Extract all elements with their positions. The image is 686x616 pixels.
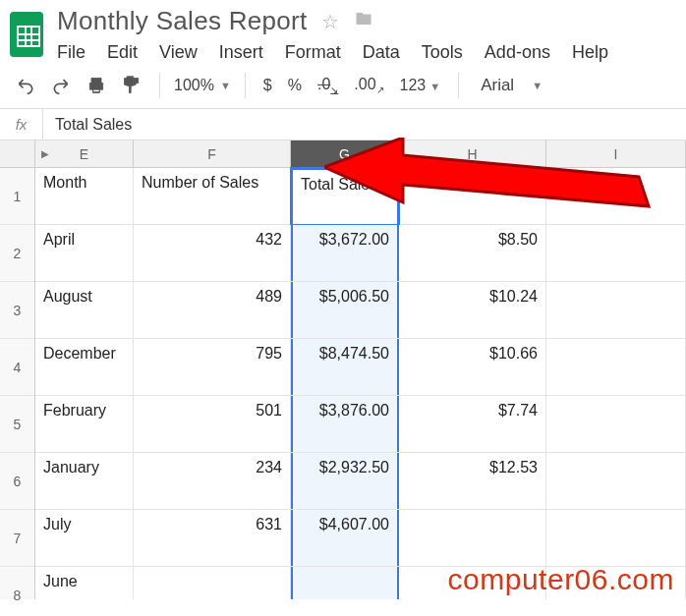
increase-decimal-button[interactable]: .00↗	[350, 76, 387, 95]
menu-view[interactable]: View	[159, 42, 198, 63]
cell[interactable]: Month	[35, 168, 134, 224]
cell[interactable]: $4,607.00	[291, 510, 399, 566]
menu-tools[interactable]: Tools	[422, 42, 463, 63]
zoom-value: 100%	[174, 77, 214, 94]
cell[interactable]	[546, 225, 686, 281]
redo-button[interactable]	[47, 73, 75, 98]
font-name: Arial	[481, 76, 514, 95]
cell[interactable]	[134, 567, 291, 599]
row-header[interactable]: 5	[0, 396, 34, 453]
cell[interactable]: Number of Sales	[134, 168, 291, 224]
star-icon[interactable]: ☆	[321, 10, 339, 33]
cell[interactable]: June	[35, 567, 134, 599]
cell[interactable]: $10.66	[399, 339, 546, 395]
expand-columns-icon[interactable]: ▶	[41, 148, 49, 159]
formula-bar-input[interactable]: Total Sales	[43, 116, 686, 134]
cell[interactable]	[399, 510, 546, 566]
cell[interactable]: $3,672.00	[291, 225, 399, 281]
menu-addons[interactable]: Add-ons	[485, 42, 550, 63]
cell[interactable]	[546, 510, 686, 566]
cell[interactable]: $12.53	[399, 453, 546, 509]
cell[interactable]	[546, 168, 686, 224]
cell[interactable]: April	[35, 225, 134, 281]
cell[interactable]: $7.74	[399, 396, 546, 452]
cell[interactable]: 795	[134, 339, 291, 395]
zoom-dropdown[interactable]: 100% ▼	[174, 77, 231, 94]
menu-file[interactable]: File	[57, 42, 86, 63]
font-dropdown[interactable]: Arial ▼	[473, 76, 543, 95]
fx-icon: fx	[0, 109, 43, 140]
menu-data[interactable]: Data	[363, 42, 400, 63]
cell[interactable]: July	[35, 510, 134, 566]
cell[interactable]	[291, 567, 399, 599]
row-header[interactable]: 2	[0, 225, 34, 282]
column-header-i[interactable]: I	[546, 140, 686, 167]
menu-help[interactable]: Help	[572, 42, 608, 63]
column-header-g[interactable]: G	[291, 140, 399, 167]
decrease-decimal-button[interactable]: .0↘	[314, 76, 342, 95]
document-title[interactable]: Monthly Sales Report	[57, 6, 308, 36]
cell[interactable]: February	[35, 396, 134, 452]
cell[interactable]	[399, 567, 546, 599]
menu-insert[interactable]: Insert	[219, 42, 263, 63]
cell[interactable]: August	[35, 282, 134, 338]
cell[interactable]	[546, 339, 686, 395]
cell[interactable]	[399, 168, 546, 224]
row-header[interactable]: 8	[0, 567, 34, 616]
cell[interactable]	[546, 453, 686, 509]
cell[interactable]: 489	[134, 282, 291, 338]
move-folder-icon[interactable]	[353, 10, 374, 32]
select-all-corner[interactable]	[0, 140, 34, 168]
cell[interactable]: 432	[134, 225, 291, 281]
cell[interactable]: $8.50	[399, 225, 546, 281]
cell[interactable]	[546, 282, 686, 338]
undo-button[interactable]	[12, 73, 39, 98]
chevron-down-icon: ▼	[220, 80, 231, 91]
cell[interactable]: January	[35, 453, 134, 509]
cell[interactable]: Total Sales	[291, 168, 399, 224]
format-percent-button[interactable]: %	[284, 77, 306, 94]
row-header[interactable]: 6	[0, 453, 34, 510]
row-header[interactable]: 1	[0, 168, 34, 225]
sheets-logo-icon[interactable]	[10, 12, 43, 57]
paint-format-button[interactable]	[118, 73, 145, 98]
cell[interactable]	[546, 396, 686, 452]
column-header-h[interactable]: H	[399, 140, 546, 167]
row-header[interactable]: 7	[0, 510, 34, 567]
column-header-e[interactable]: ▶E	[35, 140, 134, 167]
cell[interactable]: December	[35, 339, 134, 395]
print-button[interactable]	[83, 73, 110, 98]
menu-format[interactable]: Format	[285, 42, 341, 63]
cell[interactable]: $8,474.50	[291, 339, 399, 395]
cell[interactable]	[546, 567, 686, 599]
cell[interactable]: $10.24	[399, 282, 546, 338]
row-header[interactable]: 3	[0, 282, 34, 339]
menu-bar: File Edit View Insert Format Data Tools …	[57, 38, 608, 63]
cell[interactable]: 501	[134, 396, 291, 452]
format-currency-button[interactable]: $	[259, 77, 276, 94]
cell[interactable]: $2,932.50	[291, 453, 399, 509]
cell[interactable]: 234	[134, 453, 291, 509]
menu-edit[interactable]: Edit	[107, 42, 138, 63]
column-header-f[interactable]: F	[134, 140, 291, 167]
cell[interactable]: $3,876.00	[291, 396, 399, 452]
cell[interactable]: 631	[134, 510, 291, 566]
row-header[interactable]: 4	[0, 339, 34, 396]
toolbar: 100% ▼ $ % .0↘ .00↗ 123▼ Arial ▼	[0, 63, 686, 109]
chevron-down-icon: ▼	[532, 80, 543, 91]
more-formats-dropdown[interactable]: 123▼	[396, 77, 445, 94]
cell[interactable]: $5,006.50	[291, 282, 399, 338]
